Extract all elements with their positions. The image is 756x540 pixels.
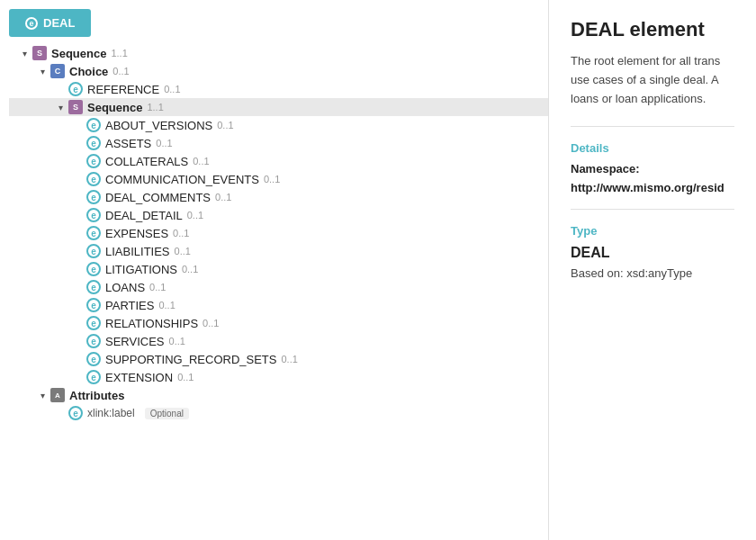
node-label: Attributes xyxy=(69,389,124,402)
based-on-value: xsd:anyType xyxy=(626,266,692,280)
tree-row[interactable]: ▾ e LIABILITIES 0..1 xyxy=(9,242,548,260)
details-section-title: Details xyxy=(571,141,734,155)
tree-row[interactable]: ▾ e COMMUNICATION_EVENTS 0..1 xyxy=(9,170,548,188)
tree-row[interactable]: ▾ e DEAL_COMMENTS 0..1 xyxy=(9,188,548,206)
cardinality: 0..1 xyxy=(182,264,198,274)
element-icon: e xyxy=(86,370,101,384)
cardinality: 0..1 xyxy=(156,138,172,148)
node-label: REFERENCE xyxy=(87,83,159,96)
type-value: DEAL xyxy=(571,245,734,261)
chevron-icon: ▾ xyxy=(36,65,49,77)
node-label: COMMUNICATION_EVENTS xyxy=(105,173,259,186)
deal-tab-label: DEAL xyxy=(43,16,75,30)
cardinality: 0..1 xyxy=(177,372,194,382)
tree-row[interactable]: ▾ e COLLATERALS 0..1 xyxy=(9,152,548,170)
node-label: DEAL_COMMENTS xyxy=(105,191,211,204)
cardinality: 0..1 xyxy=(169,336,185,346)
element-title: DEAL element xyxy=(571,18,734,41)
element-icon: e xyxy=(86,352,101,366)
node-label: PARTIES xyxy=(105,299,154,312)
namespace-label: Namespace: xyxy=(571,162,640,176)
tree-row[interactable]: ▾ e EXPENSES 0..1 xyxy=(9,224,548,242)
node-label: EXPENSES xyxy=(105,227,168,240)
tree-row[interactable]: ▾ e LITIGATIONS 0..1 xyxy=(9,260,548,278)
node-label: Choice xyxy=(69,65,108,78)
cardinality: 0..1 xyxy=(112,66,129,76)
cardinality: 0..1 xyxy=(173,228,189,238)
tree-row[interactable]: ▾ e REFERENCE 0..1 xyxy=(9,80,548,98)
sequence-icon: S xyxy=(68,100,83,114)
node-label: xlink:label xyxy=(87,407,135,419)
cardinality: 0..1 xyxy=(281,354,297,364)
cardinality: 1..1 xyxy=(111,48,127,58)
namespace-value-row: http://www.mismo.org/resid xyxy=(571,181,734,194)
right-panel: DEAL element The root element for all tr… xyxy=(549,0,756,540)
tree-row[interactable]: ▾ C Choice 0..1 xyxy=(9,62,548,80)
element-icon: e xyxy=(86,136,101,150)
cardinality: 0..1 xyxy=(187,210,203,220)
node-label: ASSETS xyxy=(105,137,151,150)
deal-tab-icon: e xyxy=(25,17,38,30)
tree-row[interactable]: ▾ e RELATIONSHIPS 0..1 xyxy=(9,314,548,332)
optional-badge: Optional xyxy=(145,408,189,419)
element-icon: e xyxy=(86,154,101,168)
element-icon: e xyxy=(86,208,101,222)
node-label: LITIGATIONS xyxy=(105,263,177,276)
element-icon: e xyxy=(68,82,83,96)
divider xyxy=(571,126,734,127)
node-label: Sequence xyxy=(87,101,142,114)
type-section-title: Type xyxy=(571,224,734,238)
element-icon: e xyxy=(86,226,101,240)
cardinality: 0..1 xyxy=(164,84,180,94)
tree-row[interactable]: ▾ e SERVICES 0..1 xyxy=(9,332,548,350)
tree-row[interactable]: ▾ S Sequence 1..1 xyxy=(9,44,548,62)
tree-row[interactable]: ▾ e ABOUT_VERSIONS 0..1 xyxy=(9,116,548,134)
tree-row[interactable]: ▾ e PARTIES 0..1 xyxy=(9,296,548,314)
element-icon: e xyxy=(86,190,101,204)
tree-row[interactable]: ▾ e LOANS 0..1 xyxy=(9,278,548,296)
cardinality: 0..1 xyxy=(193,156,209,166)
node-label: ABOUT_VERSIONS xyxy=(105,119,212,132)
cardinality: 0..1 xyxy=(175,246,191,256)
element-icon: e xyxy=(86,262,101,276)
cardinality: 0..1 xyxy=(158,300,175,310)
chevron-icon: ▾ xyxy=(18,47,31,59)
node-label: SERVICES xyxy=(105,335,165,348)
attributes-icon: A xyxy=(50,388,65,402)
node-label: DEAL_DETAIL xyxy=(105,209,183,222)
tree-row[interactable]: ▾ e EXTENSION 0..1 xyxy=(9,368,548,386)
element-description: The root element for all trans use cases… xyxy=(571,52,734,108)
left-panel: e DEAL ▾ S Sequence 1..1 ▾ C Choice 0..1… xyxy=(0,0,549,540)
node-label: SUPPORTING_RECORD_SETS xyxy=(105,353,276,366)
cardinality: 0..1 xyxy=(202,318,219,328)
namespace-value: http://www.mismo.org/resid xyxy=(571,181,724,194)
cardinality: 0..1 xyxy=(215,192,231,202)
based-on: Based on: xsd:anyType xyxy=(571,266,734,280)
chevron-icon: ▾ xyxy=(54,101,67,113)
tree-row-xlink[interactable]: ▾ e xlink:label Optional xyxy=(9,404,548,422)
tree-row-attributes[interactable]: ▾ A Attributes xyxy=(9,386,548,404)
divider-2 xyxy=(571,209,734,210)
namespace-row: Namespace: xyxy=(571,162,734,176)
cardinality: 0..1 xyxy=(149,282,166,292)
tree-row[interactable]: ▾ e DEAL_DETAIL 0..1 xyxy=(9,206,548,224)
node-label: Sequence xyxy=(51,47,106,60)
tree-row-highlighted[interactable]: ▾ S Sequence 1..1 xyxy=(9,98,548,116)
element-icon: e xyxy=(86,280,101,294)
element-icon: e xyxy=(86,316,101,330)
tree-row[interactable]: ▾ e ASSETS 0..1 xyxy=(9,134,548,152)
node-label: LOANS xyxy=(105,281,145,294)
cardinality: 0..1 xyxy=(217,120,233,130)
element-icon: e xyxy=(86,172,101,186)
element-icon: e xyxy=(86,244,101,258)
element-icon: e xyxy=(86,334,101,348)
node-label: COLLATERALS xyxy=(105,155,188,168)
chevron-icon: ▾ xyxy=(36,389,49,401)
tree-row[interactable]: ▾ e SUPPORTING_RECORD_SETS 0..1 xyxy=(9,350,548,368)
cardinality: 1..1 xyxy=(147,102,163,112)
node-label: LIABILITIES xyxy=(105,245,170,258)
tree: ▾ S Sequence 1..1 ▾ C Choice 0..1 ▾ e RE… xyxy=(0,37,548,429)
deal-tab[interactable]: e DEAL xyxy=(9,9,91,37)
based-on-label: Based on: xyxy=(571,266,624,280)
element-icon: e xyxy=(86,298,101,312)
